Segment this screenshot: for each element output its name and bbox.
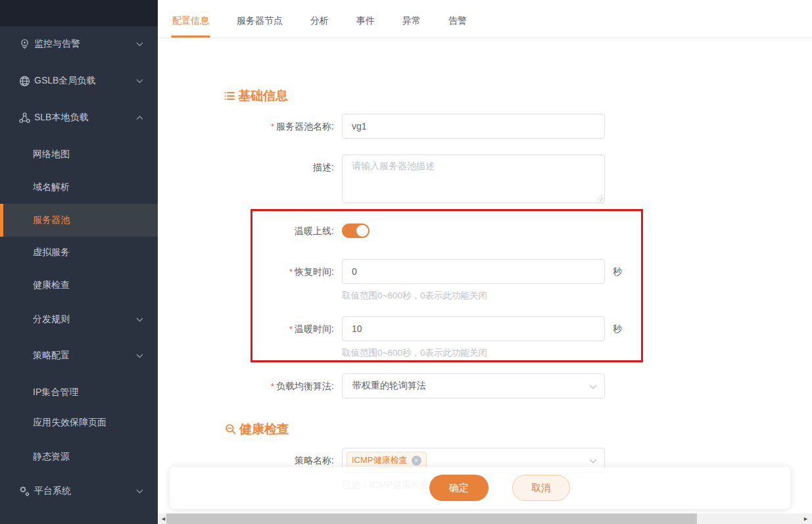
section-basic-info: 基础信息 <box>224 87 288 105</box>
globe-icon <box>18 74 31 87</box>
required-mark: * <box>289 267 293 277</box>
description-label: 描述: <box>158 155 334 174</box>
sidebar-item-ip-collection[interactable]: IP集合管理 <box>0 376 158 409</box>
tab-exceptions[interactable]: 异常 <box>401 15 422 37</box>
list-icon <box>224 90 235 102</box>
tab-server-nodes[interactable]: 服务器节点 <box>235 15 284 37</box>
sidebar-item-failover-page[interactable]: 应用失效保障页面 <box>0 406 158 439</box>
chevron-up-icon <box>136 116 143 120</box>
sidebar-item-static-resources[interactable]: 静态资源 <box>0 441 158 473</box>
sidebar-item-gslb-global[interactable]: GSLB全局负载 <box>0 64 158 97</box>
gears-icon <box>18 485 31 498</box>
scrollbar-thumb[interactable] <box>166 513 697 524</box>
sidebar-item-domain-resolution[interactable]: 域名解析 <box>0 171 158 204</box>
sidebar-item-monitoring-alerts[interactable]: 监控与告警 <box>0 28 158 60</box>
lb-algorithm-label: *负载均衡算法: <box>158 373 334 399</box>
chevron-down-icon <box>589 385 597 389</box>
chevron-down-icon <box>136 489 143 494</box>
sidebar-header <box>0 0 158 26</box>
recovery-time-hint: 取值范围0~600秒，0表示此功能关闭 <box>342 290 487 302</box>
chevron-down-icon <box>589 459 597 464</box>
recovery-time-input[interactable] <box>342 259 605 284</box>
pool-name-label: *服务器池名称: <box>158 114 334 139</box>
sidebar-item-slb-local[interactable]: SLB本地负载 <box>0 101 158 134</box>
scroll-right-icon[interactable]: ► <box>803 515 809 522</box>
section-title-text: 健康检查 <box>239 421 289 438</box>
search-icon <box>225 423 237 435</box>
main-content: 配置信息 服务器节点 分析 事件 异常 告警 基础信息 *服务器池名称: <box>158 0 812 524</box>
network-icon <box>18 111 31 124</box>
sidebar-item-policy-config[interactable]: 策略配置 <box>0 339 158 372</box>
warm-time-hint: 取值范围0~600秒，0表示此功能关闭 <box>342 347 487 359</box>
warm-time-label: *温暖时间: <box>158 316 334 342</box>
scroll-left-icon[interactable]: ◄ <box>160 515 166 522</box>
toggle-knob <box>356 225 368 237</box>
horizontal-scrollbar[interactable]: ◄ ► <box>158 513 812 524</box>
server-pool-config-page: 监控与告警 GSLB全局负载 SLB本地负载 <box>0 0 812 524</box>
sidebar-item-label: SLB本地负载 <box>34 112 88 124</box>
required-mark: * <box>271 381 274 391</box>
tag-label: ICMP健康检查 <box>352 454 408 466</box>
sidebar-item-network-map[interactable]: 网络地图 <box>0 138 158 171</box>
chevron-down-icon <box>136 79 143 83</box>
chevron-down-icon <box>136 354 143 358</box>
recovery-time-unit: 秒 <box>613 259 622 284</box>
description-textarea[interactable] <box>342 155 605 203</box>
section-title-text: 基础信息 <box>238 87 288 105</box>
required-mark: * <box>289 324 293 334</box>
sidebar-item-server-pool[interactable]: 服务器池 <box>0 204 158 237</box>
sidebar: 监控与告警 GSLB全局负载 SLB本地负载 <box>0 0 158 524</box>
required-mark: * <box>271 122 274 131</box>
pool-name-input[interactable] <box>342 114 605 139</box>
tab-config-info[interactable]: 配置信息 <box>171 15 210 37</box>
chevron-down-icon <box>136 42 143 47</box>
warm-online-toggle[interactable] <box>342 224 370 238</box>
sidebar-item-label: GSLB全局负载 <box>34 75 95 87</box>
tag-close-icon[interactable]: × <box>412 456 421 465</box>
warm-time-input[interactable] <box>342 316 605 341</box>
warm-online-label: 温暖上线: <box>158 224 334 238</box>
tab-bar: 配置信息 服务器节点 分析 事件 异常 告警 <box>158 0 812 38</box>
tab-analysis[interactable]: 分析 <box>309 15 330 37</box>
footer-action-bar: 确定 取消 <box>170 467 790 509</box>
cancel-button[interactable]: 取消 <box>512 475 570 501</box>
sidebar-item-label: 监控与告警 <box>34 38 80 50</box>
lb-algorithm-select[interactable]: 带权重的轮询算法 <box>342 373 605 398</box>
sidebar-item-platform-system[interactable]: 平台系统 <box>0 475 158 508</box>
lb-algorithm-value: 带权重的轮询算法 <box>346 380 426 392</box>
section-health-check: 健康检查 <box>225 421 289 438</box>
warm-time-unit: 秒 <box>613 316 622 341</box>
confirm-button[interactable]: 确定 <box>429 475 489 501</box>
sidebar-item-distribution-rules[interactable]: 分发规则 <box>0 303 158 336</box>
sidebar-item-label: 平台系统 <box>34 485 71 497</box>
sidebar-item-health-check[interactable]: 健康检查 <box>0 269 158 302</box>
chevron-down-icon <box>136 318 143 322</box>
tab-events[interactable]: 事件 <box>355 15 376 37</box>
webcam-icon <box>18 37 31 51</box>
sidebar-item-virtual-service[interactable]: 虚拟服务 <box>0 236 158 269</box>
recovery-time-label: *恢复时间: <box>158 259 334 285</box>
tab-alerts[interactable]: 告警 <box>447 15 468 37</box>
